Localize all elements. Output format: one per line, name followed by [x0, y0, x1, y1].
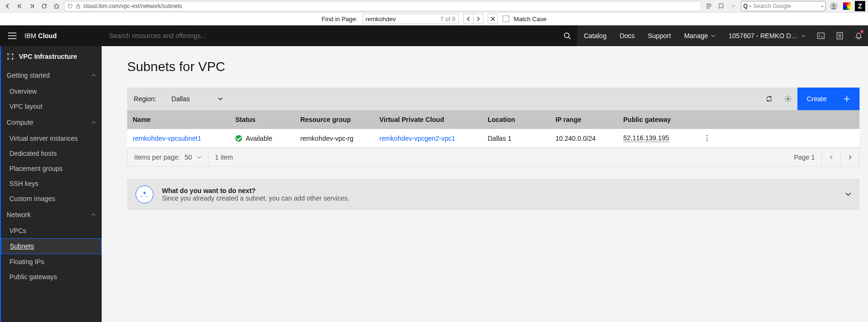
sidebar-item-vpc-layout[interactable]: VPC layout — [1, 99, 102, 114]
refresh-icon[interactable] — [760, 88, 779, 110]
notification-icon[interactable] — [849, 25, 868, 46]
subnets-table: Region: Dallas Create Name Status Resour… — [127, 88, 860, 167]
settings-icon[interactable] — [779, 88, 797, 110]
search-icon[interactable] — [557, 25, 577, 46]
global-search[interactable] — [102, 32, 557, 40]
create-button[interactable]: Create — [797, 88, 860, 110]
sidebar-item-floating-ips[interactable]: Floating IPs — [1, 254, 102, 269]
public-gateway-text[interactable]: 52.116.139.195 — [623, 134, 669, 142]
chevron-up-icon — [91, 121, 96, 124]
chevron-down-icon — [197, 156, 201, 159]
svg-point-2 — [832, 4, 835, 7]
find-label: Find in Page: — [321, 16, 358, 23]
vpc-icon — [7, 53, 14, 60]
search-engine-icon: Q — [743, 3, 747, 9]
account-icon[interactable] — [828, 1, 839, 11]
find-next-button[interactable] — [473, 14, 483, 24]
back-icon[interactable] — [3, 1, 12, 11]
sidebar-item-vpcs[interactable]: VPCs — [1, 223, 102, 238]
sidebar-section-compute[interactable]: Compute — [1, 114, 102, 131]
page-indicator: Page 1 — [788, 153, 821, 161]
browser-search[interactable]: Q▾ Search Google ▾ — [741, 1, 826, 11]
find-in-page-bar: Find in Page: remkohdev 7 of 9 Match Cas… — [0, 13, 868, 25]
nav-docs[interactable]: Docs — [613, 25, 641, 46]
pagination: Items per page: 50 1 item Page 1 — [127, 148, 860, 167]
sidebar-item-custom-images[interactable]: Custom images — [1, 191, 102, 206]
next-page-button[interactable] — [840, 148, 859, 167]
expand-icon[interactable] — [845, 193, 851, 196]
table-header-row: Name Status Resource group Virtual Priva… — [127, 110, 860, 129]
ip-range-text: 10.240.0.0/24 — [550, 135, 618, 142]
status-text: Available — [246, 135, 273, 142]
page-title: Subnets for VPC — [127, 59, 868, 74]
account-switcher[interactable]: 1057607 - REMKO DE KN... — [722, 25, 812, 46]
sidebar-item-overview[interactable]: Overview — [1, 84, 102, 99]
table-row: remkohdev-vpcsubnet1 Available remkohdev… — [127, 129, 860, 148]
col-status: Status — [230, 116, 295, 123]
sidebar-title[interactable]: VPC Infrastructure — [1, 46, 102, 67]
extension-icon[interactable] — [842, 1, 852, 11]
subnet-name-link[interactable]: remkohdev-vpcsubnet1 — [133, 135, 201, 142]
find-value: remkohdev — [366, 16, 396, 23]
sidebar: VPC Infrastructure Getting started Overv… — [0, 46, 102, 322]
history-end-icon[interactable] — [27, 1, 37, 11]
zotero-icon[interactable]: Z — [855, 1, 865, 11]
reload-icon[interactable] — [40, 1, 49, 11]
col-resource-group: Resource group — [295, 116, 374, 123]
lock-icon — [76, 3, 80, 9]
nav-manage[interactable]: Manage — [677, 25, 722, 46]
url-bar[interactable]: cloud.ibm.com/vpc-ext/network/subnets — [64, 1, 701, 11]
sidebar-item-vsi[interactable]: Virtual server instances — [1, 131, 102, 146]
sparkle-icon — [136, 185, 153, 203]
col-public-gateway: Public gateway — [618, 116, 698, 123]
region-selector[interactable]: Dallas — [168, 95, 226, 103]
item-count: 1 item — [209, 148, 240, 166]
url-text: cloud.ibm.com/vpc-ext/network/subnets — [83, 3, 698, 9]
chevron-up-icon — [91, 213, 96, 216]
sidebar-section-network[interactable]: Network — [1, 206, 102, 223]
col-name: Name — [127, 116, 230, 123]
next-title: What do you want to do next? — [162, 187, 837, 194]
history-start-icon[interactable] — [15, 1, 24, 11]
find-count: 7 of 9 — [440, 16, 456, 23]
svg-point-10 — [787, 98, 789, 100]
home-icon[interactable] — [52, 1, 61, 11]
table-toolbar: Region: Dallas Create — [127, 88, 860, 110]
shell-icon[interactable] — [812, 25, 830, 46]
sidebar-item-public-gateways[interactable]: Public gateways — [1, 269, 102, 284]
row-menu-icon[interactable]: ⋮ — [703, 134, 711, 142]
match-case-checkbox[interactable] — [503, 16, 509, 22]
menu-icon[interactable] — [0, 25, 24, 46]
col-ip-range: IP range — [550, 116, 618, 123]
find-prev-button[interactable] — [463, 14, 474, 24]
nav-support[interactable]: Support — [641, 25, 677, 46]
chevron-down-icon — [218, 97, 223, 100]
col-vpc: Virtual Private Cloud — [374, 116, 482, 123]
sidebar-item-subnets[interactable]: Subnets — [1, 238, 102, 254]
nav-catalog[interactable]: Catalog — [577, 25, 613, 46]
cost-icon[interactable] — [830, 25, 849, 46]
sidebar-item-dedicated-hosts[interactable]: Dedicated hosts — [1, 146, 102, 161]
status-available-icon — [235, 135, 242, 142]
location-text: Dallas 1 — [482, 135, 550, 142]
find-close-button[interactable] — [488, 14, 498, 24]
reader-icon[interactable] — [704, 1, 714, 11]
prev-page-button[interactable] — [821, 148, 840, 167]
brand[interactable]: IBM Cloud — [24, 32, 102, 40]
resource-group-text: remkohdev-vpc-rg — [295, 135, 374, 142]
dropdown-icon[interactable] — [729, 1, 738, 11]
search-input[interactable] — [109, 32, 550, 40]
search-placeholder: Search Google — [753, 3, 791, 9]
sidebar-item-placement-groups[interactable]: Placement groups — [1, 161, 102, 176]
col-location: Location — [482, 116, 550, 123]
svg-rect-0 — [77, 6, 80, 8]
sidebar-section-getting-started[interactable]: Getting started — [1, 67, 102, 84]
next-steps-card: What do you want to do next? Since you a… — [127, 179, 860, 210]
svg-rect-4 — [818, 33, 824, 39]
find-input[interactable]: remkohdev 7 of 9 — [362, 14, 459, 24]
main-content: Subnets for VPC Region: Dallas Create Na… — [102, 46, 868, 322]
vpc-link[interactable]: remkohdev-vpcgen2-vpc1 — [379, 135, 455, 142]
bookmark-icon[interactable] — [716, 1, 726, 11]
sidebar-item-ssh-keys[interactable]: SSH keys — [1, 176, 102, 191]
items-per-page[interactable]: Items per page: 50 — [128, 148, 209, 166]
